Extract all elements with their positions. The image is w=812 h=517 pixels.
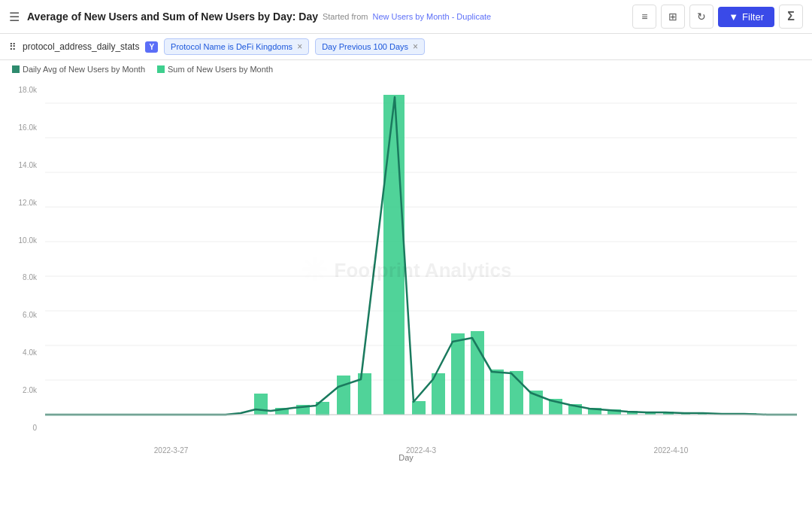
y-label-18k: 18.0k [19, 86, 37, 94]
filter-label: Filter [742, 11, 764, 23]
legend-color-avg [12, 65, 20, 73]
chart-svg [45, 86, 797, 432]
svg-rect-21 [490, 370, 504, 415]
legend-item-sum: Sum of New Users by Month [157, 65, 273, 74]
y-label-16k: 16.0k [19, 123, 37, 132]
filter-tag-day[interactable]: Day Previous 100 Days × [315, 38, 425, 55]
filter-tag-day-close[interactable]: × [413, 41, 418, 52]
chart-area: 18.0k 16.0k 14.0k 12.0k 10.0k 8.0k 6.0k … [0, 78, 812, 462]
chart-legend: Daily Avg of New Users by Month Sum of N… [0, 60, 812, 78]
filter-tag-icon[interactable]: Y [145, 41, 158, 53]
started-from-link[interactable]: New Users by Month - Duplicate [372, 12, 491, 21]
filter-button[interactable]: ▼ Filter [718, 7, 774, 27]
y-label-10k: 10.0k [19, 236, 37, 245]
svg-rect-14 [337, 376, 350, 415]
filter-bar: ⠿ protocol_address_daily_stats Y Protoco… [0, 34, 812, 60]
title-area: Average of New Users and Sum of New User… [27, 11, 625, 23]
y-label-6k: 6.0k [23, 311, 37, 319]
started-from-label: Started from [323, 12, 368, 21]
top-bar: ☰ Average of New Users and Sum of New Us… [0, 0, 812, 34]
filter-tag-protocol[interactable]: Protocol Name is DeFi Kingdoms × [164, 38, 309, 55]
svg-rect-17 [412, 401, 426, 415]
legend-label-sum: Sum of New Users by Month [168, 65, 273, 74]
y-label-14k: 14.0k [19, 161, 37, 169]
y-label-12k: 12.0k [19, 199, 37, 207]
refresh-button[interactable]: ↻ [689, 5, 714, 29]
hamburger-icon[interactable]: ☰ [9, 10, 20, 24]
chart-title: Average of New Users and Sum of New User… [27, 11, 318, 23]
legend-item-avg: Daily Avg of New Users by Month [12, 65, 145, 74]
database-icon: ⠿ [9, 41, 17, 53]
filter-tag-protocol-label: Protocol Name is DeFi Kingdoms [171, 42, 292, 51]
y-label-0: 0 [32, 424, 37, 432]
filter-icon: ▼ [729, 11, 738, 23]
legend-label-avg: Daily Avg of New Users by Month [23, 65, 145, 74]
y-axis: 18.0k 16.0k 14.0k 12.0k 10.0k 8.0k 6.0k … [0, 86, 41, 432]
grid-view-button[interactable]: ⊞ [661, 5, 685, 29]
x-axis-day-label: Day [398, 453, 414, 462]
y-label-2k: 2.0k [23, 386, 37, 394]
legend-color-sum [157, 65, 165, 73]
list-view-button[interactable]: ≡ [632, 5, 656, 29]
x-label-1: 2022-3-27 [154, 446, 189, 455]
sigma-button[interactable]: Σ [779, 5, 803, 29]
svg-rect-20 [471, 331, 484, 415]
filter-tag-protocol-close[interactable]: × [297, 41, 302, 52]
table-name: protocol_address_daily_stats [23, 41, 139, 52]
toolbar-icons: ≡ ⊞ ↻ ▼ Filter Σ [632, 5, 803, 29]
y-label-4k: 4.0k [23, 348, 37, 357]
y-label-8k: 8.0k [23, 273, 37, 281]
filter-tag-day-label: Day Previous 100 Days [322, 42, 408, 51]
x-axis: 2022-3-27 2022-4-3 2022-4-10 [45, 446, 797, 455]
svg-rect-19 [451, 333, 465, 415]
svg-rect-10 [254, 394, 268, 415]
svg-rect-16 [383, 95, 404, 415]
x-label-3: 2022-4-10 [654, 446, 689, 455]
